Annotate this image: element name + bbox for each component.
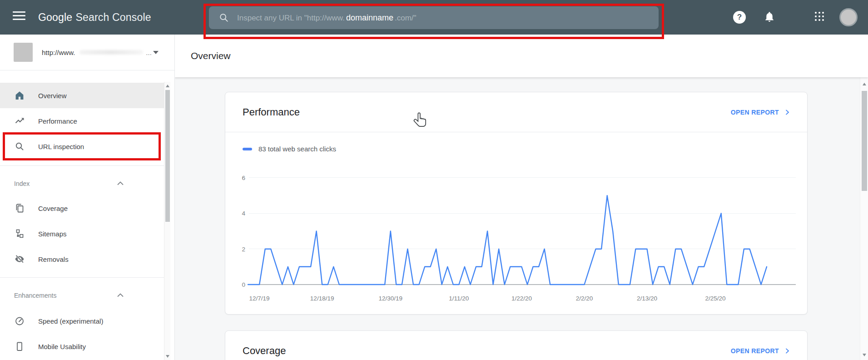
sidebar-item-performance[interactable]: Performance — [0, 108, 164, 134]
hamburger-menu-icon[interactable] — [13, 11, 25, 23]
smartphone-icon — [14, 341, 25, 352]
legend-dash-icon — [243, 148, 252, 150]
sidebar-item-label: Performance — [38, 117, 77, 125]
scroll-up-arrow-icon[interactable] — [863, 83, 866, 85]
content-area: Performance OPEN REPORT 83 total web sea… — [175, 77, 868, 360]
search-placeholder: Inspect any URL in "http://www.domainnam… — [237, 13, 417, 23]
svg-text:12/30/19: 12/30/19 — [378, 295, 402, 302]
property-favicon-placeholder — [14, 43, 33, 62]
coverage-card: Coverage OPEN REPORT — [225, 330, 808, 360]
page-scrollbar[interactable] — [860, 77, 868, 360]
help-icon[interactable]: ? — [733, 11, 746, 24]
svg-text:2/25/20: 2/25/20 — [705, 295, 726, 302]
chevron-right-icon — [784, 347, 791, 355]
sidebar: http://www. ... Overview Performance — [0, 35, 175, 360]
logo-product-text: Search Console — [75, 11, 151, 24]
pages-copy-icon — [14, 203, 25, 214]
svg-text:12/7/19: 12/7/19 — [249, 295, 270, 302]
chevron-up-icon — [115, 290, 125, 300]
sidebar-item-label: Speed (experimental) — [38, 317, 103, 325]
chevron-right-icon — [784, 109, 791, 116]
section-label-text: Index — [14, 180, 30, 187]
card-title: Coverage — [243, 345, 286, 357]
coverage-card-header: Coverage OPEN REPORT — [225, 331, 807, 360]
notifications-bell-icon[interactable] — [764, 10, 775, 23]
open-report-label: OPEN REPORT — [731, 109, 779, 116]
magnifier-icon — [14, 141, 25, 152]
google-search-console-app: Google Search Console Inspect any URL in… — [0, 0, 868, 360]
svg-text:1/22/20: 1/22/20 — [511, 295, 532, 302]
svg-text:2: 2 — [242, 246, 245, 253]
open-report-link-performance[interactable]: OPEN REPORT — [731, 109, 791, 116]
card-title: Performance — [243, 106, 300, 118]
app-logo: Google Search Console — [38, 0, 151, 35]
chevron-down-icon — [153, 51, 159, 54]
svg-text:1/11/20: 1/11/20 — [449, 295, 469, 302]
open-report-link-coverage[interactable]: OPEN REPORT — [731, 347, 791, 355]
svg-text:2/13/20: 2/13/20 — [637, 295, 657, 302]
sidebar-item-label: Removals — [38, 255, 69, 263]
section-header-index[interactable]: Index — [14, 176, 150, 191]
sidebar-scrollbar-thumb[interactable] — [165, 90, 170, 222]
property-url: http://www. — [42, 49, 75, 56]
home-icon — [14, 90, 25, 101]
sidebar-item-removals[interactable]: Removals — [0, 246, 164, 272]
sidebar-item-sitemaps[interactable]: Sitemaps — [0, 221, 164, 246]
sidebar-item-speed[interactable]: Speed (experimental) — [0, 308, 164, 334]
sidebar-item-label: Overview — [38, 92, 67, 100]
performance-card: Performance OPEN REPORT 83 total web sea… — [225, 92, 808, 315]
page-scrollbar-thumb[interactable] — [862, 91, 867, 191]
sidebar-scrollbar[interactable] — [164, 82, 170, 360]
section-header-enhancements[interactable]: Enhancements — [14, 288, 150, 303]
svg-text:4: 4 — [242, 210, 245, 217]
svg-text:12/18/19: 12/18/19 — [310, 295, 334, 302]
performance-chart: 024612/7/1912/18/1912/30/191/11/201/22/2… — [225, 168, 808, 310]
sitemap-tree-icon — [14, 228, 25, 239]
sidebar-divider — [0, 277, 164, 278]
svg-text:6: 6 — [242, 175, 245, 181]
open-report-label: OPEN REPORT — [731, 347, 779, 355]
performance-card-header: Performance OPEN REPORT — [225, 92, 807, 132]
property-url-redacted — [79, 50, 143, 55]
sidebar-item-overview[interactable]: Overview — [0, 83, 164, 108]
scroll-down-arrow-icon[interactable] — [166, 355, 169, 358]
search-placeholder-prefix: Inspect any URL in "http://www. — [237, 14, 345, 22]
search-icon — [219, 13, 229, 23]
google-apps-grid-icon[interactable] — [815, 12, 826, 23]
url-inspection-search-input[interactable]: Inspect any URL in "http://www.domainnam… — [209, 6, 659, 29]
sidebar-item-url-inspection[interactable]: URL inspection — [0, 134, 164, 159]
scroll-up-arrow-icon[interactable] — [166, 85, 169, 87]
speedometer-icon — [14, 315, 25, 326]
main-area: Overview Performance OPEN REPORT 83 tota — [175, 35, 868, 360]
sidebar-item-coverage[interactable]: Coverage — [0, 195, 164, 221]
property-selector[interactable]: http://www. ... — [0, 35, 174, 70]
sidebar-item-mobile-usability[interactable]: Mobile Usability — [0, 334, 164, 359]
svg-text:0: 0 — [242, 281, 245, 288]
logo-google-text: Google — [38, 11, 72, 24]
search-placeholder-domain: domainname — [346, 13, 393, 22]
page-header: Overview — [175, 35, 868, 77]
search-placeholder-suffix: .com/" — [395, 14, 417, 22]
account-avatar[interactable] — [839, 8, 858, 26]
sidebar-item-label: Sitemaps — [38, 230, 67, 238]
sidebar-item-label: URL inspection — [38, 143, 84, 150]
sidebar-item-label: Coverage — [38, 205, 68, 212]
section-label-text: Enhancements — [14, 292, 56, 299]
property-url-ellipsis: ... — [146, 49, 152, 56]
scroll-down-arrow-icon[interactable] — [863, 354, 866, 356]
sidebar-divider — [0, 165, 164, 166]
trending-up-icon — [14, 115, 25, 126]
svg-text:2/2/20: 2/2/20 — [576, 295, 593, 302]
sidebar-item-label: Mobile Usability — [38, 343, 86, 350]
page-title: Overview — [191, 50, 231, 61]
chevron-up-icon — [115, 179, 125, 189]
eye-off-icon — [14, 254, 25, 265]
top-app-bar: Google Search Console Inspect any URL in… — [0, 0, 868, 35]
chart-legend: 83 total web search clicks — [243, 145, 336, 153]
legend-label: 83 total web search clicks — [258, 145, 336, 153]
